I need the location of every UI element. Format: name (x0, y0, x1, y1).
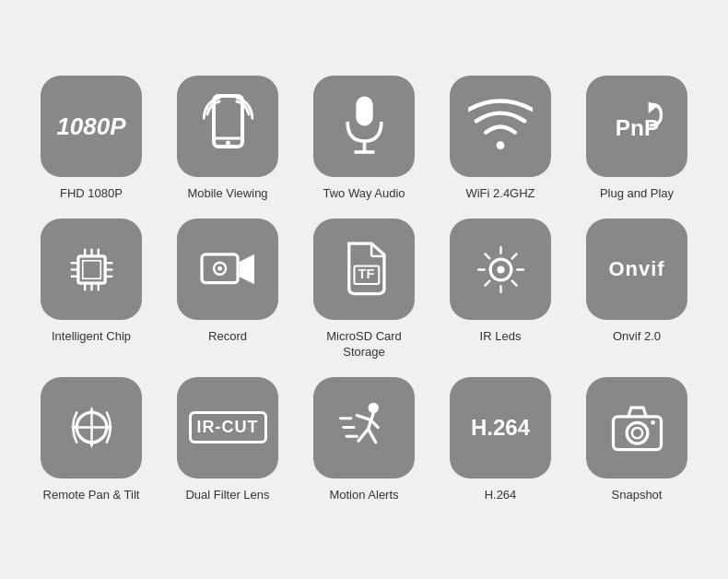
svg-point-60 (651, 420, 655, 425)
pnp-icon: PnP (607, 97, 667, 157)
ir-icon-box (450, 219, 551, 320)
feature-snapshot: Snapshot (577, 377, 697, 503)
svg-line-39 (485, 280, 489, 285)
svg-marker-45 (88, 442, 95, 449)
motion-icon-box (313, 377, 415, 479)
svg-marker-24 (239, 254, 253, 284)
wifi-icon-box (450, 76, 551, 177)
row-2: Intelligent Chip Record (31, 219, 697, 360)
wifi-icon (468, 97, 533, 157)
feature-record: Record (168, 219, 288, 360)
feature-microsd: TF MicroSD Card Storage (304, 219, 424, 360)
fhd-label: FHD 1080P (60, 186, 123, 202)
record-label: Record (208, 329, 247, 345)
record-icon (198, 244, 258, 295)
ir-icon (471, 240, 531, 300)
svg-line-51 (370, 420, 378, 428)
h264-icon-box: H.264 (450, 377, 551, 479)
chip-label: Intelligent Chip (52, 329, 131, 345)
feature-fhd-1080p: 1080P FHD 1080P (31, 76, 151, 202)
ir-label: IR Leds (480, 329, 522, 345)
ircut-icon-box: IR-CUT (177, 377, 278, 479)
svg-line-37 (511, 280, 516, 285)
snapshot-label: Snapshot (612, 488, 663, 503)
svg-point-48 (368, 403, 378, 413)
feature-chip: Intelligent Chip (31, 219, 151, 360)
features-grid: 1080P FHD 1080P Mobile Viewing (13, 57, 715, 522)
h264-text: H.264 (471, 415, 530, 441)
wifi-label: WiFi 2.4GHZ (465, 186, 534, 202)
pantilt-label: Remote Pan & Tilt (43, 488, 140, 503)
svg-point-2 (226, 141, 230, 146)
sd-label: MicroSD Card Storage (304, 329, 424, 360)
feature-onvif: Onvif Onvif 2.0 (577, 219, 697, 360)
pantilt-icon-box (41, 377, 142, 479)
pantilt-icon (62, 397, 122, 457)
sd-icon: TF (337, 240, 391, 300)
svg-line-38 (511, 254, 516, 258)
chip-icon (62, 240, 122, 300)
chip-icon-box (41, 219, 142, 320)
svg-point-58 (627, 422, 648, 443)
svg-line-53 (368, 430, 375, 443)
svg-point-59 (631, 428, 641, 438)
row-1: 1080P FHD 1080P Mobile Viewing (31, 76, 697, 202)
1080p-text: 1080P (56, 112, 125, 141)
onvif-icon-box: Onvif (586, 219, 687, 320)
motion-label: Motion Alerts (329, 488, 398, 503)
svg-rect-3 (356, 97, 372, 126)
onvif-label: Onvif 2.0 (613, 329, 661, 345)
svg-marker-44 (88, 407, 95, 414)
onvif-text: Onvif (608, 257, 664, 281)
svg-line-50 (357, 416, 370, 420)
pnp-icon-box: PnP (586, 76, 687, 177)
svg-point-26 (217, 266, 222, 270)
svg-text:TF: TF (358, 266, 375, 281)
feature-pnp: PnP Plug and Play (577, 76, 697, 202)
svg-text:PnP: PnP (615, 115, 658, 140)
sd-icon-box: TF (313, 219, 415, 320)
camera-icon (607, 401, 667, 455)
mobile-icon (203, 94, 253, 159)
h264-label: H.264 (485, 488, 517, 503)
audio-icon-box (313, 76, 415, 177)
mobile-icon-box (177, 76, 278, 177)
microphone-icon (339, 94, 390, 159)
camera-icon-box (586, 377, 687, 479)
ircut-label: Dual Filter Lens (185, 488, 269, 503)
feature-ir-leds: IR Leds (440, 219, 560, 360)
row-3: Remote Pan & Tilt IR-CUT Dual Filter Len… (31, 377, 697, 503)
fhd-icon-box: 1080P (41, 76, 142, 177)
mobile-label: Mobile Viewing (187, 186, 267, 202)
pnp-label: Plug and Play (600, 186, 674, 202)
svg-point-40 (497, 266, 504, 273)
motion-icon (335, 397, 394, 457)
audio-label: Two Way Audio (323, 186, 405, 202)
feature-dual-filter: IR-CUT Dual Filter Lens (168, 377, 288, 503)
svg-point-6 (497, 141, 505, 149)
feature-motion-alerts: Motion Alerts (304, 377, 424, 503)
feature-mobile-viewing: Mobile Viewing (168, 76, 288, 202)
svg-line-52 (358, 430, 369, 442)
record-icon-box (177, 219, 278, 320)
feature-wifi: WiFi 2.4GHZ (440, 76, 560, 202)
feature-pan-tilt: Remote Pan & Tilt (31, 377, 151, 503)
feature-two-way-audio: Two Way Audio (304, 76, 424, 202)
feature-h264: H.264 H.264 (440, 377, 560, 503)
svg-line-36 (485, 254, 489, 258)
svg-rect-10 (82, 260, 100, 278)
ircut-text: IR-CUT (189, 411, 267, 443)
